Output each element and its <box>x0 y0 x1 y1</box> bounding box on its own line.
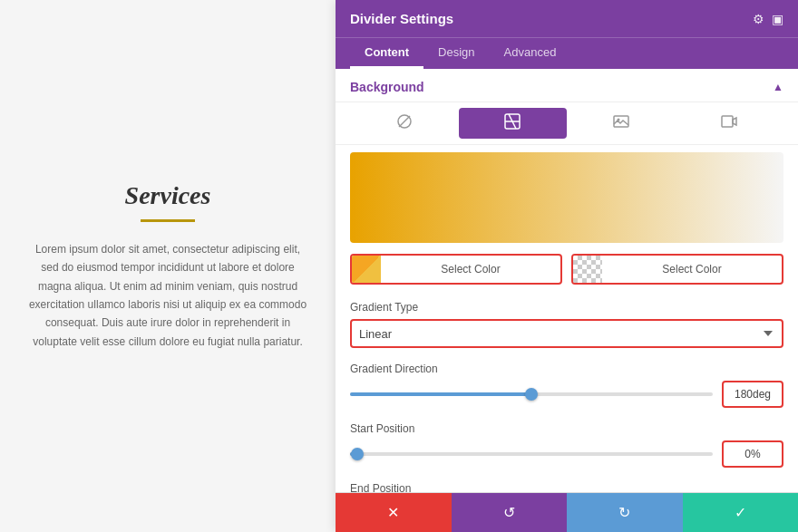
color-swatch-2 <box>573 256 602 283</box>
color-selectors-row: Select Color Select Color <box>336 254 798 295</box>
color-selector-1-label: Select Color <box>381 263 560 276</box>
confirm-icon: ✓ <box>735 504 746 521</box>
confirm-button[interactable]: ✓ <box>683 493 799 532</box>
gradient-type-label: Gradient Type <box>350 301 783 314</box>
tab-content[interactable]: Content <box>350 38 423 69</box>
section-collapse-icon[interactable]: ▲ <box>773 81 783 93</box>
start-position-input[interactable] <box>722 440 783 468</box>
video-icon <box>721 113 737 130</box>
settings-tabs: Content Design Advanced <box>336 37 798 69</box>
gradient-type-select[interactable]: Linear Radial Conic <box>350 319 783 348</box>
image-icon <box>613 113 629 130</box>
settings-icon[interactable]: ⚙ <box>753 12 764 26</box>
settings-content: Background ▲ <box>336 69 798 492</box>
header-icons: ⚙ ▣ <box>753 12 783 26</box>
gradient-type-row: Gradient Type Linear Radial Conic <box>336 295 798 357</box>
redo-button[interactable]: ↻ <box>567 493 683 532</box>
bg-type-gradient[interactable] <box>459 108 568 139</box>
gradient-direction-track <box>350 392 713 396</box>
bg-type-video[interactable] <box>676 108 784 139</box>
gradient-direction-fill <box>350 392 531 396</box>
gradient-direction-thumb[interactable] <box>525 388 538 401</box>
start-position-thumb[interactable] <box>351 448 364 460</box>
gradient-direction-slider-container <box>350 385 713 403</box>
bg-type-row <box>336 102 798 145</box>
settings-header: Divider Settings ⚙ ▣ <box>336 0 798 37</box>
tab-advanced[interactable]: Advanced <box>490 38 571 69</box>
reset-icon: ↺ <box>503 504 515 521</box>
start-position-row: Start Position <box>336 417 798 477</box>
gradient-direction-input[interactable] <box>722 381 783 408</box>
gradient-direction-label: Gradient Direction <box>350 363 783 375</box>
no-fill-icon <box>396 113 413 130</box>
start-position-slider-row <box>350 440 783 468</box>
gradient-preview <box>350 152 783 243</box>
svg-rect-7 <box>722 116 733 127</box>
cancel-icon: ✕ <box>387 504 399 521</box>
redo-icon: ↻ <box>618 504 630 521</box>
left-panel: Services Lorem ipsum dolor sit amet, con… <box>0 0 336 532</box>
services-text: Lorem ipsum dolor sit amet, consectetur … <box>27 240 308 351</box>
gradient-direction-slider-row <box>350 381 783 408</box>
start-position-label: Start Position <box>350 422 783 435</box>
gradient-direction-row: Gradient Direction <box>336 357 798 417</box>
start-position-track <box>350 452 713 456</box>
cancel-button[interactable]: ✕ <box>336 493 452 532</box>
color-selector-1[interactable]: Select Color <box>350 254 562 285</box>
expand-icon[interactable]: ▣ <box>772 12 783 26</box>
settings-panel-title: Divider Settings <box>350 11 453 26</box>
end-position-label: End Position <box>350 482 783 492</box>
tab-design[interactable]: Design <box>423 38 489 69</box>
background-section-header: Background ▲ <box>336 69 798 102</box>
bg-type-image[interactable] <box>567 108 676 139</box>
services-divider <box>141 219 195 222</box>
settings-footer: ✕ ↺ ↻ ✓ <box>336 492 798 532</box>
svg-line-1 <box>399 116 410 127</box>
end-position-row: End Position ↺ <box>336 477 798 492</box>
start-position-slider-container <box>350 445 713 463</box>
services-title: Services <box>125 181 211 210</box>
background-section-title: Background <box>350 80 424 94</box>
color-selector-2-label: Select Color <box>602 263 782 276</box>
bg-type-none[interactable] <box>350 108 459 139</box>
settings-panel: Divider Settings ⚙ ▣ Content Design Adva… <box>336 0 798 532</box>
color-selector-2[interactable]: Select Color <box>571 254 783 285</box>
color-swatch-1 <box>352 256 381 283</box>
gradient-icon <box>504 113 521 130</box>
reset-button[interactable]: ↺ <box>452 493 568 532</box>
